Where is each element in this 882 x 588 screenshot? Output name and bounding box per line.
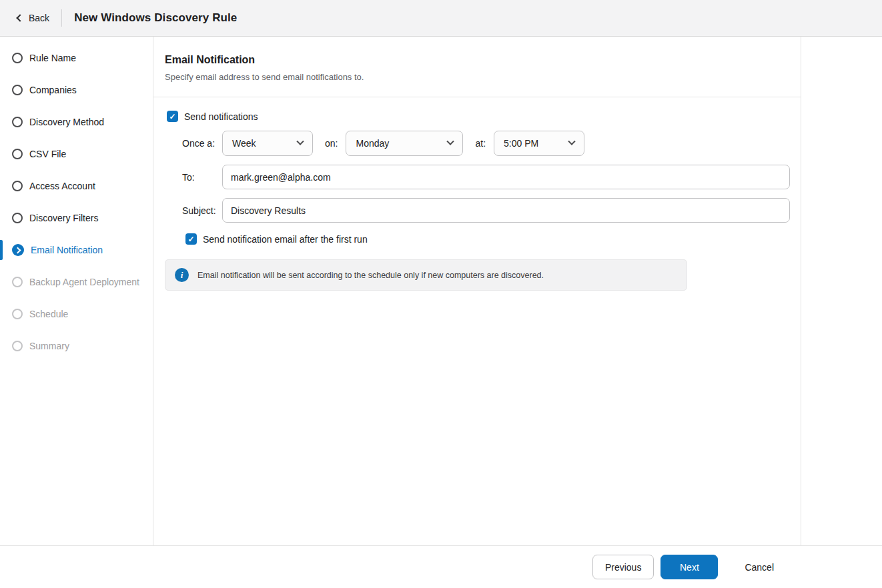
sidebar-item-backup-agent-deployment: Backup Agent Deployment [0,266,153,298]
chevron-left-icon [16,14,23,21]
previous-button[interactable]: Previous [592,555,654,579]
subject-row: Subject: [165,198,790,223]
chevron-down-icon [568,138,575,145]
send-notifications-checkbox[interactable]: Send notifications [165,111,790,122]
sidebar-item-csv-file[interactable]: CSV File [0,138,153,170]
sidebar-item-schedule: Schedule [0,298,153,330]
sidebar-item-label: Summary [29,341,69,351]
chevron-down-icon [296,138,304,145]
back-button[interactable]: Back [11,9,55,27]
sidebar-item-label: Rule Name [29,53,76,63]
first-run-label: Send notification email after the first … [203,234,368,245]
sidebar-item-label: Schedule [29,309,68,319]
checkbox-checked-icon [185,233,197,245]
section-subtitle: Specify email address to send email noti… [165,72,790,82]
send-notifications-label: Send notifications [184,111,258,122]
sidebar-item-label: Discovery Method [29,117,104,127]
info-icon: i [175,268,189,282]
step-circle-icon [12,117,23,127]
chevron-down-icon [447,138,454,145]
wizard-sidebar: Rule Name Companies Discovery Method CSV… [0,37,153,545]
section-divider [153,97,801,97]
checkbox-checked-icon [167,111,178,122]
next-button[interactable]: Next [660,555,718,579]
subject-label: Subject: [182,205,222,216]
sidebar-item-companies[interactable]: Companies [0,74,153,106]
time-dropdown[interactable]: 5:00 PM [494,131,584,156]
body-area: Rule Name Companies Discovery Method CSV… [0,37,882,545]
day-dropdown[interactable]: Monday [346,131,463,156]
step-circle-icon [12,181,23,191]
sidebar-item-label: CSV File [29,149,66,159]
sidebar-item-label: Backup Agent Deployment [29,277,139,287]
day-value: Monday [356,138,389,149]
to-input[interactable] [222,165,790,189]
section-title: Email Notification [165,54,790,66]
step-circle-icon [12,341,23,351]
period-dropdown[interactable]: Week [222,131,313,156]
step-circle-icon [12,277,23,287]
info-text: Email notification will be sent accordin… [197,271,544,280]
step-circle-icon [12,213,23,223]
sidebar-item-summary: Summary [0,330,153,362]
right-gutter [801,37,882,545]
app-window: Back New Windows Discovery Rule Rule Nam… [0,0,882,588]
sidebar-item-email-notification[interactable]: Email Notification [0,234,153,266]
header-bar: Back New Windows Discovery Rule [0,0,882,37]
first-run-checkbox[interactable]: Send notification email after the first … [185,233,790,245]
sidebar-item-access-account[interactable]: Access Account [0,170,153,202]
page-title: New Windows Discovery Rule [74,11,237,25]
sidebar-item-discovery-method[interactable]: Discovery Method [0,106,153,138]
period-value: Week [232,138,256,149]
sidebar-item-label: Access Account [29,181,95,191]
step-circle-icon [12,85,23,95]
step-circle-icon [12,309,23,319]
schedule-row: Once a: Week on: Monday at: 5:00 PM [165,131,790,156]
back-label: Back [29,13,49,23]
step-circle-icon [12,149,23,159]
step-active-chevron-icon [12,244,24,256]
subject-input[interactable] [222,198,790,223]
sidebar-item-label: Email Notification [31,245,103,255]
cancel-button[interactable]: Cancel [737,555,782,579]
info-banner: i Email notification will be sent accord… [165,259,687,291]
to-row: To: [165,165,790,189]
footer-bar: Previous Next Cancel [0,545,882,588]
sidebar-item-label: Discovery Filters [29,213,98,223]
sidebar-item-label: Companies [29,85,77,95]
to-label: To: [182,172,222,183]
sidebar-item-rule-name[interactable]: Rule Name [0,42,153,74]
sidebar-item-discovery-filters[interactable]: Discovery Filters [0,202,153,234]
time-value: 5:00 PM [504,138,538,149]
at-label: at: [475,138,486,149]
on-label: on: [325,138,338,149]
step-circle-icon [12,53,23,63]
content-panel: Email Notification Specify email address… [153,37,801,545]
header-divider [61,9,62,27]
once-a-label: Once a: [182,138,222,149]
